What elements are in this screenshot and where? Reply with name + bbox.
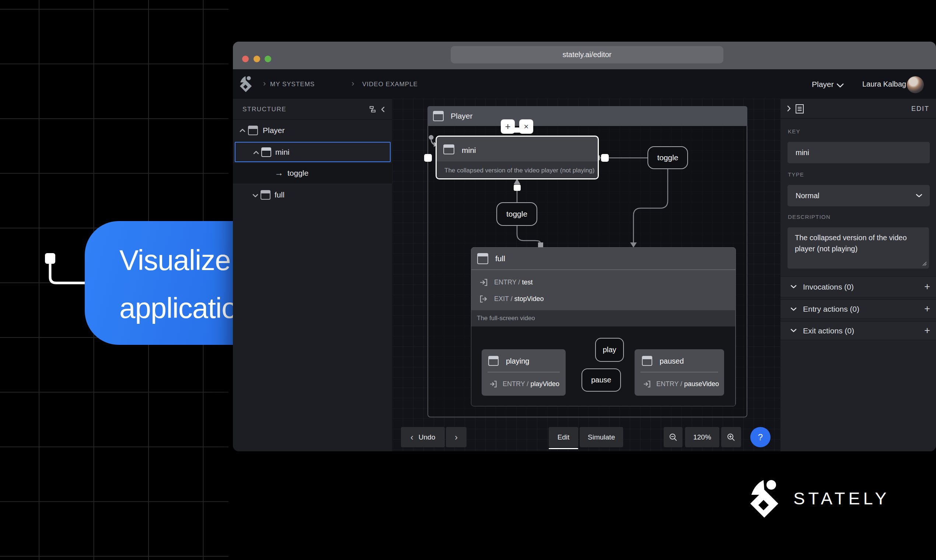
state-icon	[260, 190, 271, 200]
chevron-right-icon: ›	[455, 432, 458, 443]
state-icon	[261, 148, 271, 157]
divider	[471, 269, 736, 270]
entry-label: ENTRY /	[494, 278, 520, 286]
resize-handle-icon[interactable]	[922, 261, 928, 267]
entry-action-row[interactable]: ENTRY / playVideo	[490, 380, 559, 388]
delete-state-button[interactable]: ×	[519, 119, 533, 134]
state-node-playing[interactable]: playing ENTRY / playVideo	[482, 349, 566, 396]
undo-button[interactable]: ‹ Undo	[401, 427, 445, 447]
entry-action-row[interactable]: ENTRY / pauseVideo	[643, 380, 719, 388]
add-entry-action-button[interactable]: +	[924, 303, 930, 315]
breadcrumb-my-systems[interactable]: MY SYSTEMS	[270, 81, 315, 88]
help-button[interactable]: ?	[750, 427, 771, 447]
tree-label: full	[274, 191, 285, 199]
tree-label: mini	[275, 148, 289, 157]
state-label: paused	[660, 357, 684, 366]
minimize-window-button[interactable]	[254, 55, 260, 62]
sidebar-item-toggle[interactable]: → toggle	[233, 163, 393, 183]
state-node-mini[interactable]: mini The collapsed version of the video …	[436, 135, 599, 179]
type-select[interactable]: Normal	[788, 185, 930, 206]
state-node-paused[interactable]: paused ENTRY / pauseVideo	[634, 349, 724, 396]
tree-label: Player	[263, 126, 285, 135]
state-icon	[477, 253, 488, 264]
tab-edit[interactable]: Edit	[549, 427, 578, 447]
event-node-play[interactable]: play	[595, 338, 624, 362]
caret-up-icon[interactable]	[253, 151, 259, 154]
undo-label: Undo	[419, 433, 435, 442]
section-exit-actions[interactable]: Exit actions (0) +	[781, 321, 936, 340]
description-textarea[interactable]: The collapsed version of the video playe…	[788, 227, 929, 269]
sidebar-item-full[interactable]: full	[233, 185, 393, 205]
structure-panel: STRUCTURE Player mini →	[233, 99, 393, 451]
event-node-pause[interactable]: pause	[582, 368, 621, 392]
chevron-down-icon	[790, 307, 797, 311]
sidebar-item-mini[interactable]: mini	[235, 142, 391, 162]
state-label: playing	[506, 357, 529, 366]
key-input[interactable]: mini	[788, 142, 930, 163]
event-label: play	[603, 346, 616, 354]
active-tab-indicator	[549, 448, 578, 449]
zoom-in-button[interactable]	[721, 427, 741, 447]
section-entry-actions[interactable]: Entry actions (0) +	[781, 300, 936, 319]
breadcrumb-video-example[interactable]: VIDEO EXAMPLE	[362, 81, 418, 88]
breadcrumb-separator-icon: ›	[351, 79, 354, 88]
state-icon	[443, 145, 454, 154]
zoom-out-button[interactable]	[664, 427, 682, 447]
close-window-button[interactable]	[242, 55, 249, 62]
zoom-in-icon	[727, 433, 736, 442]
caret-down-icon[interactable]	[252, 194, 258, 197]
editor-canvas[interactable]: Player	[393, 99, 781, 451]
exit-action-row[interactable]: EXIT / stopVideo	[479, 295, 543, 303]
expand-panel-icon[interactable]	[787, 105, 791, 112]
chevron-left-icon: ‹	[411, 432, 413, 443]
sidebar-item-player[interactable]: Player	[233, 120, 393, 141]
zoom-window-button[interactable]	[265, 55, 271, 62]
entry-icon	[490, 380, 497, 388]
plus-icon: +	[505, 121, 510, 132]
user-name[interactable]: Laura Kalbag	[862, 80, 906, 88]
avatar[interactable]	[907, 76, 924, 93]
zoom-out-icon	[669, 433, 678, 442]
section-label: Invocations (0)	[803, 283, 854, 291]
document-icon[interactable]	[795, 104, 804, 114]
add-invocation-button[interactable]: +	[924, 281, 930, 292]
tab-simulate[interactable]: Simulate	[580, 427, 623, 447]
collapse-panel-icon[interactable]	[381, 106, 385, 112]
section-label: Exit actions (0)	[803, 326, 854, 335]
redo-button[interactable]: ›	[446, 427, 466, 447]
key-label: KEY	[788, 128, 801, 134]
event-node-toggle-left[interactable]: toggle	[496, 202, 537, 226]
close-icon: ×	[524, 122, 529, 132]
main-area: STRUCTURE Player mini →	[233, 99, 936, 451]
breadcrumb-separator-icon: ›	[263, 79, 266, 88]
exit-icon	[479, 295, 488, 303]
add-child-state-button[interactable]: +	[501, 119, 515, 134]
help-label: ?	[758, 432, 763, 443]
entry-label: ENTRY /	[503, 380, 528, 388]
tree-view-icon[interactable]	[369, 105, 376, 113]
state-description: The full-screen video	[471, 310, 735, 326]
section-invocations[interactable]: Invocations (0) +	[781, 276, 936, 297]
state-icon	[488, 356, 499, 366]
stately-wordmark: STATELY	[793, 488, 890, 508]
app-header: › MY SYSTEMS › VIDEO EXAMPLE Player Laur…	[233, 69, 936, 99]
machine-selector[interactable]: Player	[812, 80, 834, 89]
caret-up-icon[interactable]	[240, 129, 245, 132]
chevron-down-icon	[790, 329, 797, 333]
chevron-down-icon[interactable]	[836, 83, 844, 88]
entry-action-row[interactable]: ENTRY / test	[479, 278, 533, 287]
state-label: mini	[462, 146, 476, 155]
divider	[488, 372, 560, 372]
state-description: The collapsed version of the video playe…	[437, 162, 599, 179]
zoom-level[interactable]: 120%	[685, 427, 719, 447]
add-exit-action-button[interactable]: +	[924, 325, 930, 336]
exit-label: EXIT /	[494, 295, 513, 303]
entry-icon	[643, 380, 651, 388]
inspector-mode-label: EDIT	[911, 105, 929, 113]
url-bar[interactable]: stately.ai/editor	[451, 46, 724, 63]
simulate-label: Simulate	[588, 433, 615, 442]
chevron-down-icon	[916, 194, 922, 198]
structure-header: STRUCTURE	[233, 99, 393, 120]
tree-label: toggle	[288, 169, 308, 178]
event-node-toggle-right[interactable]: toggle	[647, 146, 688, 169]
